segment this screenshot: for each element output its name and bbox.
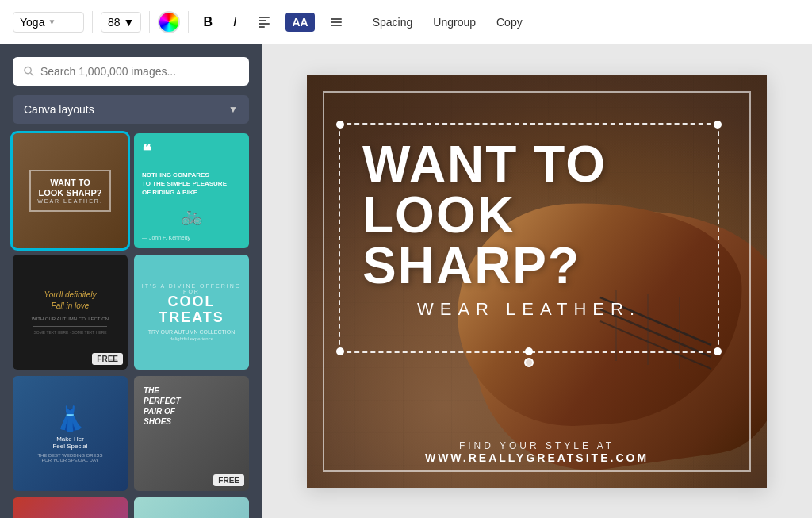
main-area: Canva layouts ▼ WANT TOLOOK SHARP? WEAR … xyxy=(0,44,812,518)
layouts-dropdown[interactable]: Canva layouts ▼ xyxy=(13,95,249,124)
template-grid: WANT TOLOOK SHARP? WEAR LEATHER. ❝ NOTHI… xyxy=(13,133,249,518)
font-chevron-icon: ▼ xyxy=(48,17,56,26)
font-size-value: 88 xyxy=(108,16,121,29)
list-icon xyxy=(329,17,343,28)
template-item-5[interactable]: 👗 Make HerFeel Special THE BEST WEDDING … xyxy=(13,376,128,491)
tmpl3-footer: SOME TEXT HERE · SOME TEXT HERE xyxy=(33,326,106,335)
toolbar: Yoga ▼ 88 ▼ B I AA Spacing Ungroup Copy xyxy=(0,0,812,44)
tmpl6-text: THEPERFECTPAIR OFSHOES xyxy=(144,386,181,427)
layouts-chevron-icon: ▼ xyxy=(228,104,238,115)
ungroup-button[interactable]: Ungroup xyxy=(427,13,482,32)
tmpl5-dress: 👗 xyxy=(56,405,85,432)
svg-point-0 xyxy=(25,67,31,73)
tmpl2-bike: 🚲 xyxy=(142,205,241,226)
canvas-sub-headline[interactable]: WEAR LEATHER. xyxy=(362,299,695,320)
canvas-text-area[interactable]: WANT TO LOOK SHARP? WEAR LEATHER. xyxy=(339,123,719,336)
font-size-selector[interactable]: 88 ▼ xyxy=(101,12,141,33)
headline-line-1: WANT TO xyxy=(362,136,607,193)
font-name-label: Yoga xyxy=(20,16,44,29)
spacing-button[interactable]: Spacing xyxy=(366,13,419,32)
canvas-headline-1[interactable]: WANT TO LOOK SHARP? xyxy=(362,139,695,291)
tmpl5-sub: THE BEST WEDDING DRESSFOR YOUR SPECIAL D… xyxy=(37,453,102,462)
sidebar: Canva layouts ▼ WANT TOLOOK SHARP? WEAR … xyxy=(0,44,262,518)
template-item-4[interactable]: IT'S A DIVINE OFFERING FOR COOLTREATS TR… xyxy=(134,255,249,370)
tmpl3-sub: WITH OUR AUTUMN COLLECTION xyxy=(32,317,109,321)
bottom-url: WWW.REALLYGREATSITE.COM xyxy=(307,451,767,464)
color-picker[interactable] xyxy=(158,11,180,33)
italic-button[interactable]: I xyxy=(227,12,243,33)
tmpl2-author: — John F. Kennedy xyxy=(142,235,241,240)
divider-4 xyxy=(358,11,358,33)
align-icon xyxy=(257,15,271,29)
list-button[interactable] xyxy=(323,13,350,31)
canvas-bottom-text: FIND YOUR STYLE AT WWW.REALLYGREATSITE.C… xyxy=(307,440,767,464)
template-item-7[interactable]: Nothing comparesto thesimple pleasureof … xyxy=(13,497,128,518)
template-item-2[interactable]: ❝ NOTHING COMPARESTO THE SIMPLE PLEASURE… xyxy=(134,133,249,248)
template-item-3[interactable]: You'll definitelyFall in love WITH OUR A… xyxy=(13,255,128,370)
copy-button[interactable]: Copy xyxy=(490,13,529,32)
bold-button[interactable]: B xyxy=(197,12,219,33)
tmpl4-title: COOLTREATS xyxy=(159,294,224,326)
tmpl1-text: WANT TOLOOK SHARP? xyxy=(37,178,103,198)
tmpl6-badge: FREE xyxy=(213,474,244,486)
template-item-1[interactable]: WANT TOLOOK SHARP? WEAR LEATHER. xyxy=(13,133,128,248)
svg-line-1 xyxy=(30,73,33,76)
template-item-6[interactable]: THEPERFECTPAIR OFSHOES FREE xyxy=(134,376,249,491)
tmpl3-badge: FREE xyxy=(92,353,123,365)
tmpl4-pretitle: IT'S A DIVINE OFFERING FOR xyxy=(140,283,243,294)
search-input[interactable] xyxy=(40,65,238,78)
canvas-area: WANT TO LOOK SHARP? WEAR LEATHER. FIND Y… xyxy=(262,44,812,518)
font-selector[interactable]: Yoga ▼ xyxy=(13,12,84,33)
tmpl2-text: NOTHING COMPARESTO THE SIMPLE PLEASUREOF… xyxy=(142,171,241,198)
tmpl4-tagline: delightful experience xyxy=(170,336,213,341)
divider-1 xyxy=(92,11,93,33)
bottom-label: FIND YOUR STYLE AT xyxy=(307,440,767,451)
divider-2 xyxy=(149,11,150,33)
template-item-8[interactable]: 🧁🧁🧁 Just Smile IT'S A WINTERWONDERLAND S… xyxy=(134,497,249,518)
search-icon xyxy=(24,66,34,77)
layouts-label: Canva layouts xyxy=(24,103,94,116)
tmpl4-sub: TRY OUR AUTUMN COLLECTION xyxy=(148,329,235,335)
tmpl5-text: Make HerFeel Special xyxy=(52,436,87,450)
size-chevron-icon: ▼ xyxy=(124,16,135,29)
align-button[interactable] xyxy=(251,12,278,33)
aa-button[interactable]: AA xyxy=(285,13,314,32)
tmpl2-quote: ❝ xyxy=(142,141,241,162)
canvas[interactable]: WANT TO LOOK SHARP? WEAR LEATHER. FIND Y… xyxy=(307,75,767,488)
tmpl3-text: You'll definitelyFall in love xyxy=(44,290,97,312)
divider-3 xyxy=(188,11,189,33)
headline-line-2: LOOK SHARP? xyxy=(362,186,580,294)
tmpl1-sub: WEAR LEATHER. xyxy=(37,198,103,204)
search-box[interactable] xyxy=(13,57,249,86)
